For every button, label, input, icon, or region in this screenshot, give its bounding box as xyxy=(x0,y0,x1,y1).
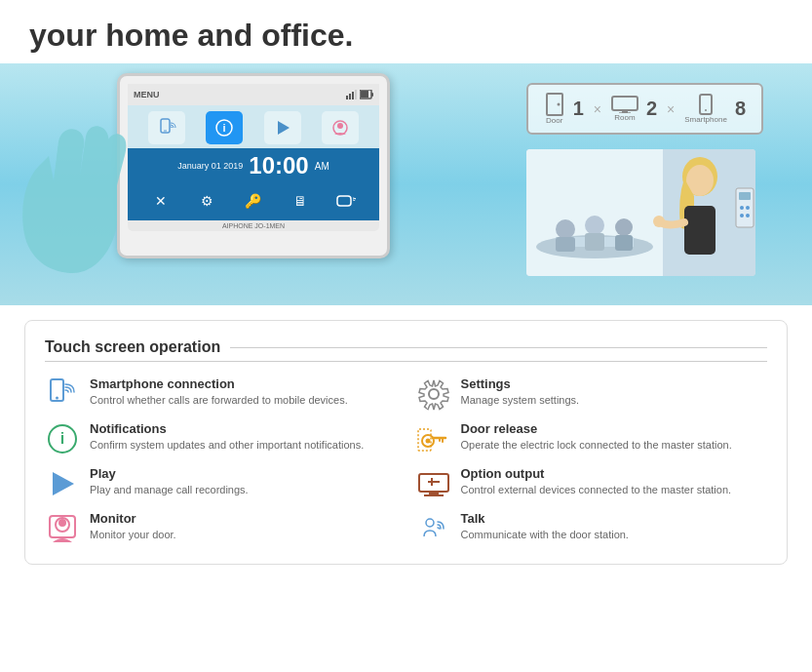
middle-section: MENU i xyxy=(0,63,812,305)
feature-settings-text: Settings Manage system settings. xyxy=(461,376,580,408)
tablet-bottom-key: 🔑 xyxy=(240,189,267,213)
office-photo xyxy=(526,149,755,276)
feature-play: Play Play and manage call recordings. xyxy=(45,466,397,501)
talk-icon xyxy=(416,511,451,546)
phone-label: Smartphone xyxy=(684,115,727,124)
feature-door-release: Door release Operate the electric lock c… xyxy=(416,421,768,456)
feature-smartphone-text: Smartphone connection Control whether ca… xyxy=(90,376,348,408)
room-count-item: Room xyxy=(611,96,638,122)
tablet-bottom-settings: ⚙ xyxy=(193,189,220,213)
feature-settings: Settings Manage system settings. xyxy=(416,376,768,412)
svg-rect-30 xyxy=(585,233,604,251)
svg-point-27 xyxy=(556,219,575,239)
settings-icon xyxy=(416,376,451,412)
tablet-time: 10:00 xyxy=(249,152,308,179)
feature-monitor: Monitor Monitor your door. xyxy=(45,511,397,546)
svg-rect-38 xyxy=(739,192,751,200)
right-info-panel: Door 1 × Room 2 × Smartphone 8 xyxy=(526,83,763,276)
tablet-icons-row: i xyxy=(128,105,379,148)
svg-point-49 xyxy=(425,439,430,444)
svg-rect-28 xyxy=(556,237,575,252)
feature-talk-text: Talk Communicate with the door station. xyxy=(461,511,629,542)
svg-point-63 xyxy=(426,519,434,527)
svg-point-44 xyxy=(56,397,58,400)
option-output-icon xyxy=(416,466,451,501)
door-count: 1 xyxy=(573,98,584,120)
notifications-icon: i xyxy=(45,421,80,456)
feature-talk: Talk Communicate with the door station. xyxy=(416,511,768,546)
svg-rect-1 xyxy=(349,94,351,99)
feature-door-release-text: Door release Operate the electric lock c… xyxy=(461,421,732,453)
phone-count: 8 xyxy=(735,98,746,120)
svg-text:i: i xyxy=(60,430,64,447)
hand-silhouette xyxy=(19,122,127,278)
separator-1: × xyxy=(594,101,601,117)
svg-rect-32 xyxy=(615,235,633,251)
features-title: Touch screen operation xyxy=(45,338,767,362)
svg-point-61 xyxy=(58,519,66,527)
door-count-item: Door xyxy=(544,93,565,125)
svg-rect-0 xyxy=(346,96,348,99)
door-label: Door xyxy=(546,116,562,125)
svg-text:i: i xyxy=(223,122,226,134)
device-container: MENU i xyxy=(58,73,390,258)
svg-rect-6 xyxy=(361,91,368,98)
phone-count-item: Smartphone xyxy=(684,94,727,124)
svg-marker-54 xyxy=(53,472,74,495)
tablet-bottom-row: ✕ ⚙ 🔑 🖥 xyxy=(128,183,379,220)
svg-rect-14 xyxy=(337,196,351,206)
svg-point-39 xyxy=(740,206,744,210)
features-section: Touch screen operation Smartphone connec… xyxy=(24,320,788,565)
separator-2: × xyxy=(667,101,675,117)
page-title: your home and office. xyxy=(29,18,783,54)
svg-point-16 xyxy=(557,103,560,106)
svg-point-36 xyxy=(653,216,665,227)
tablet-menubar: MENU xyxy=(128,84,379,105)
tablet-time-display: January 01 2019 10:00 AM xyxy=(128,148,379,183)
feature-notifications-text: Notifications Confirm system updates and… xyxy=(90,421,364,453)
room-count: 2 xyxy=(646,98,657,120)
feature-option-output-text: Option output Control external devices c… xyxy=(461,466,732,497)
svg-point-31 xyxy=(615,218,633,236)
svg-rect-5 xyxy=(371,93,373,97)
svg-point-41 xyxy=(740,214,744,217)
tablet-bottom-monitor: 🖥 xyxy=(287,189,314,213)
tablet-icon-play xyxy=(264,111,301,144)
svg-point-42 xyxy=(746,214,750,217)
svg-point-29 xyxy=(585,216,604,235)
svg-rect-17 xyxy=(612,97,638,110)
tablet-icon-monitor xyxy=(322,111,359,144)
menu-status-icons xyxy=(345,90,373,99)
menu-label: MENU xyxy=(134,90,160,99)
tablet-icon-smartphone xyxy=(148,111,185,144)
monitor-icon xyxy=(45,511,80,546)
tablet-bottom-talk xyxy=(332,189,360,213)
feature-option-output: Option output Control external devices c… xyxy=(416,466,768,501)
feature-monitor-text: Monitor Monitor your door. xyxy=(90,511,176,542)
tablet-icon-info: i xyxy=(206,111,243,144)
svg-rect-3 xyxy=(355,90,357,99)
features-grid: Smartphone connection Control whether ca… xyxy=(45,376,767,546)
smartphone-icon xyxy=(45,376,80,412)
door-release-icon xyxy=(416,421,451,456)
tablet-bottom-x: ✕ xyxy=(147,189,174,213)
svg-point-21 xyxy=(705,109,707,111)
feature-notifications: i Notifications Confirm system updates a… xyxy=(45,421,397,456)
svg-point-40 xyxy=(746,206,750,210)
svg-marker-11 xyxy=(278,121,290,135)
svg-point-45 xyxy=(429,389,439,399)
tablet-ampm: AM xyxy=(315,161,329,172)
header: your home and office. xyxy=(0,0,812,63)
play-icon xyxy=(45,466,80,501)
feature-play-text: Play Play and manage call recordings. xyxy=(90,466,249,497)
tablet-brand: AIPHONE JO-1MEN xyxy=(128,220,379,231)
svg-rect-15 xyxy=(547,94,562,115)
count-box: Door 1 × Room 2 × Smartphone 8 xyxy=(526,83,763,135)
tablet-date: January 01 2019 xyxy=(177,161,243,171)
tablet-device: MENU i xyxy=(117,73,390,258)
svg-rect-2 xyxy=(352,92,354,99)
feature-smartphone: Smartphone connection Control whether ca… xyxy=(45,376,397,412)
svg-rect-35 xyxy=(684,206,715,255)
svg-point-13 xyxy=(337,123,343,129)
room-label: Room xyxy=(614,113,635,122)
